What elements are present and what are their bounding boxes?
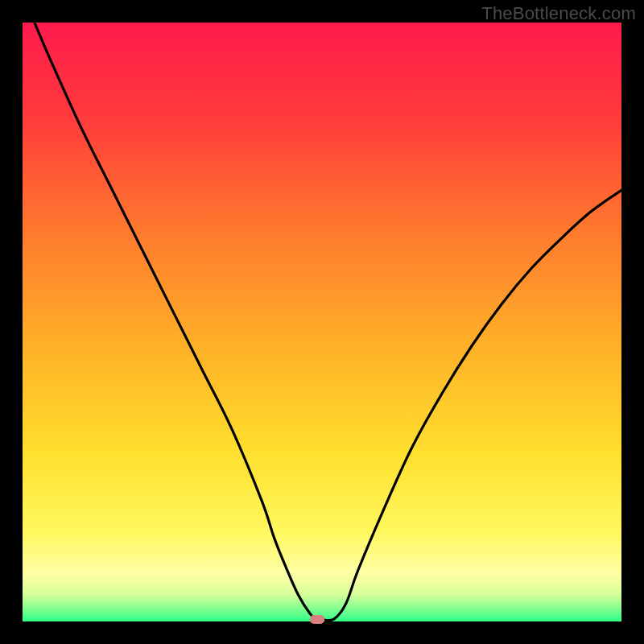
chart-frame: TheBottleneck.com bbox=[0, 0, 644, 644]
watermark-text: TheBottleneck.com bbox=[481, 3, 636, 24]
plot-area bbox=[23, 23, 621, 621]
bottleneck-curve-path bbox=[35, 23, 621, 621]
bottleneck-curve bbox=[23, 23, 621, 621]
bottleneck-marker bbox=[310, 615, 324, 624]
